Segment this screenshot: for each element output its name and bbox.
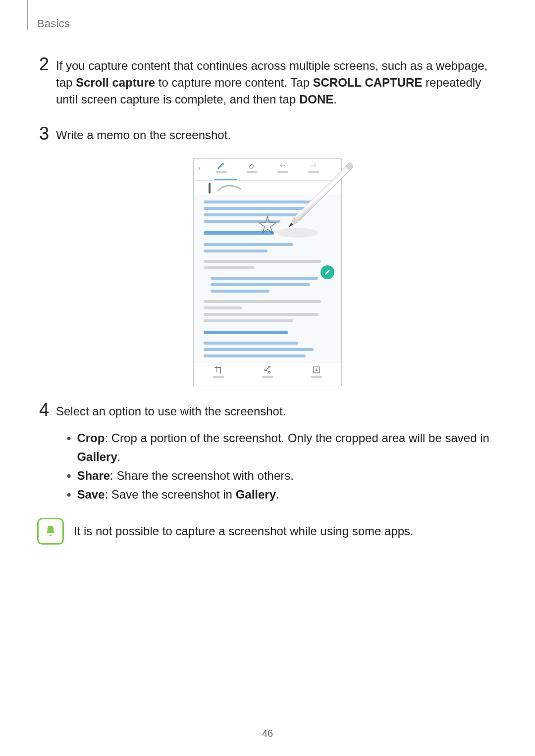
palette-indicator (209, 183, 211, 194)
text: : Share the screenshot with others. (110, 469, 294, 482)
option-label: Crop (77, 431, 105, 445)
step-body: Write a memo on the screenshot. (56, 125, 231, 144)
pen-tool-icon (211, 161, 232, 173)
page-number: 46 (0, 728, 535, 739)
page-content: 2 If you capture content that continues … (37, 50, 498, 545)
option-share: • Share: Share the screenshot with other… (67, 466, 498, 485)
text-bold: Gallery (77, 450, 117, 463)
text-bold: Gallery (236, 488, 276, 501)
svg-rect-4 (294, 162, 354, 222)
step-2: 2 If you capture content that continues … (37, 55, 498, 108)
option-list: • Crop: Crop a portion of the screenshot… (67, 429, 498, 504)
step-body: If you capture content that continues ac… (56, 55, 498, 108)
step-number: 4 (37, 401, 49, 419)
crop-action-icon (201, 365, 236, 378)
manual-page: Basics 2 If you capture content that con… (0, 0, 535, 756)
step-number: 3 (37, 125, 49, 143)
share-action-icon (250, 365, 285, 378)
step-4: 4 Select an option to use with the scree… (37, 401, 498, 420)
text: : Crop a portion of the screenshot. Only… (105, 431, 489, 445)
header-rule (27, 0, 28, 30)
svg-point-2 (268, 372, 270, 373)
bullet-icon: • (67, 466, 71, 485)
option-crop: • Crop: Crop a portion of the screenshot… (67, 429, 498, 466)
collapse-icon: › (197, 161, 202, 172)
svg-point-8 (276, 228, 318, 238)
note-callout: It is not possible to capture a screensh… (37, 518, 498, 545)
text: . (117, 450, 121, 463)
active-tool-indicator (214, 179, 237, 180)
eraser-tool-icon (241, 161, 263, 173)
text-bold: SCROLL CAPTURE (313, 76, 423, 89)
option-label: Share (77, 469, 110, 482)
text: . (333, 93, 337, 106)
save-action-icon (299, 365, 334, 378)
screenshot-illustration: › (193, 158, 342, 386)
svg-point-1 (268, 366, 270, 368)
screen-write-bottom-bar (194, 362, 341, 386)
s-pen-icon (268, 153, 362, 248)
text: to capture more content. Tap (155, 76, 313, 89)
text-bold: Scroll capture (76, 76, 155, 89)
option-save: • Save: Save the screenshot in Gallery. (67, 485, 498, 504)
step-3: 3 Write a memo on the screenshot. (37, 125, 498, 144)
text: : Save the screenshot in (105, 488, 235, 501)
floating-edit-button-icon (321, 265, 334, 279)
svg-point-0 (265, 369, 266, 370)
note-bell-icon (37, 518, 64, 545)
bullet-icon: • (67, 429, 71, 448)
section-header: Basics (37, 17, 70, 30)
text: . (276, 488, 279, 501)
pen-size-curve-icon (217, 183, 242, 194)
step-number: 2 (37, 55, 49, 73)
note-text: It is not possible to capture a screensh… (74, 518, 414, 540)
option-label: Save (77, 488, 105, 501)
bullet-icon: • (67, 485, 71, 504)
illustration-wrap: › (37, 158, 498, 386)
text-bold: DONE (299, 93, 333, 106)
step-body: Select an option to use with the screens… (56, 401, 286, 420)
